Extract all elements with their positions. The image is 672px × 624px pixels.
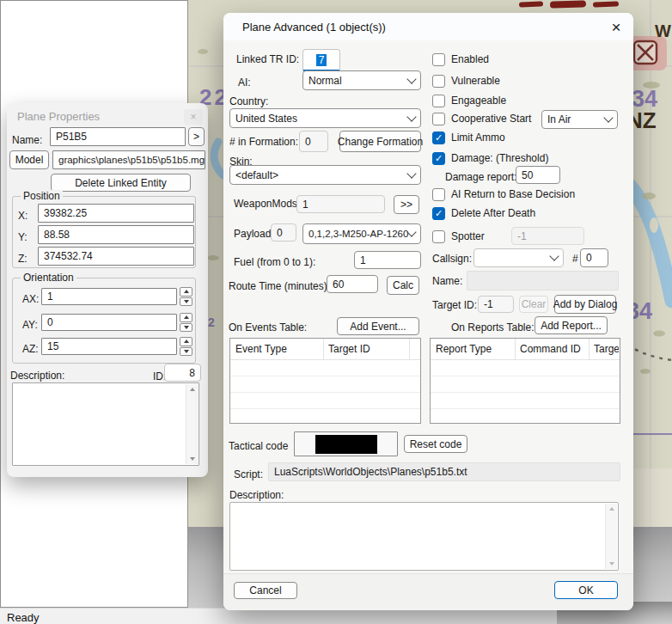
position-z-field[interactable]: 374532.74 xyxy=(38,247,194,266)
fuel-field[interactable]: 1 xyxy=(354,251,421,269)
scroll-up-icon[interactable] xyxy=(190,388,195,391)
country-dropdown[interactable]: United States xyxy=(229,108,421,128)
cooperative-start-row[interactable]: Cooperative Start xyxy=(432,112,531,125)
az-field[interactable]: 15 xyxy=(41,338,177,355)
delete-linked-entity-button[interactable]: Delete Linked Entity xyxy=(51,174,191,192)
map-label: 2 xyxy=(208,316,215,328)
formation-label: # in Formation: xyxy=(229,136,298,148)
spotter-checkbox[interactable] xyxy=(432,230,445,243)
spotter-id-field[interactable]: -1 xyxy=(511,227,584,245)
model-button[interactable]: Model xyxy=(9,150,49,169)
calc-button[interactable]: Calc xyxy=(387,276,419,295)
column-header[interactable]: Event Type xyxy=(235,343,320,355)
az-spinner-down[interactable] xyxy=(180,347,192,357)
events-table-body xyxy=(230,360,420,423)
add-by-dialog-button[interactable]: Add by Dialog xyxy=(554,295,616,314)
formation-field[interactable]: 0 xyxy=(299,131,328,152)
callsign-number-field[interactable]: 0 xyxy=(580,248,608,267)
clear-target-button[interactable]: Clear xyxy=(519,296,548,313)
column-header[interactable]: Report Type xyxy=(436,343,511,355)
ok-button[interactable]: OK xyxy=(554,581,618,599)
damage-threshold-label: Damage: (Threshold) xyxy=(451,152,548,164)
vulnerable-checkbox[interactable] xyxy=(432,75,445,88)
column-header[interactable]: Target ID xyxy=(328,343,406,355)
id-field[interactable]: 8 xyxy=(164,364,201,382)
reset-code-button[interactable]: Reset code xyxy=(404,435,467,453)
ai-return-row[interactable]: AI Return to Base Decision xyxy=(432,187,575,201)
description-textarea[interactable] xyxy=(229,502,619,571)
ax-label: AX: xyxy=(22,293,39,305)
az-spinner-up[interactable] xyxy=(180,337,192,346)
fuel-label: Fuel (from 0 to 1): xyxy=(234,256,315,268)
add-event-button[interactable]: Add Event... xyxy=(337,317,419,335)
column-header[interactable]: Command ID xyxy=(520,343,585,355)
close-button[interactable]: × xyxy=(603,16,629,39)
ai-return-checkbox[interactable] xyxy=(432,188,445,201)
close-button[interactable]: × xyxy=(184,109,203,125)
target-id-field[interactable]: -1 xyxy=(478,296,514,313)
skin-dropdown[interactable]: <default> xyxy=(229,165,421,185)
description-scrollbar[interactable] xyxy=(186,384,198,464)
scroll-down-icon[interactable] xyxy=(609,562,614,566)
target-id-label: Target ID: xyxy=(432,299,477,311)
limit-ammo-row[interactable]: Limit Ammo xyxy=(432,131,505,144)
ai-dropdown[interactable]: Normal xyxy=(302,70,421,90)
scroll-down-icon[interactable] xyxy=(190,457,195,461)
app-window: 22 W 34 NZ 234 2 2 8 Ready Plane Propert… xyxy=(0,0,672,624)
damage-threshold-checkbox[interactable] xyxy=(432,152,445,165)
damage-threshold-row[interactable]: Damage: (Threshold) xyxy=(432,151,548,165)
ay-spinner-down[interactable] xyxy=(180,323,192,333)
description-scrollbar[interactable] xyxy=(605,504,617,569)
column-header[interactable]: Target ID xyxy=(594,343,619,355)
position-y-label: Y: xyxy=(18,231,27,243)
orientation-legend: Orientation xyxy=(21,272,76,284)
vulnerable-row[interactable]: Vulnerable xyxy=(432,74,500,88)
position-x-field[interactable]: 39382.25 xyxy=(38,204,194,223)
ay-spinner-up[interactable] xyxy=(180,313,192,322)
payload-slot-field[interactable]: 0 xyxy=(271,223,296,242)
route-time-field[interactable]: 60 xyxy=(327,275,378,293)
ax-field[interactable]: 1 xyxy=(41,288,177,305)
script-label: Script: xyxy=(234,468,263,480)
reports-table[interactable]: Report Type Command ID Target ID xyxy=(430,338,620,424)
ax-spinner-down[interactable] xyxy=(180,297,192,307)
add-report-button[interactable]: Add Report... xyxy=(535,316,608,334)
engageable-row[interactable]: Engageable xyxy=(432,94,506,107)
expand-name-button[interactable]: > xyxy=(188,127,205,146)
delete-after-death-row[interactable]: Delete After Death xyxy=(432,206,535,220)
limit-ammo-checkbox[interactable] xyxy=(432,132,445,144)
events-table-label: On Events Table: xyxy=(229,321,307,333)
position-y-field[interactable]: 88.58 xyxy=(38,225,194,244)
delete-after-death-label: Delete After Death xyxy=(451,207,535,219)
ax-spinner-up[interactable] xyxy=(180,287,192,297)
tactical-code-box[interactable] xyxy=(294,431,398,456)
description-textarea[interactable] xyxy=(12,382,199,466)
cooperative-start-label: Cooperative Start xyxy=(451,113,531,125)
change-formation-button[interactable]: Change Formation xyxy=(339,131,421,152)
enabled-row[interactable]: Enabled xyxy=(432,52,489,66)
scroll-up-icon[interactable] xyxy=(609,507,614,511)
map-label: W xyxy=(655,22,671,40)
ay-field[interactable]: 0 xyxy=(41,314,177,331)
enabled-checkbox[interactable] xyxy=(432,53,445,66)
cooperative-start-checkbox[interactable] xyxy=(432,113,445,125)
cancel-button[interactable]: Cancel xyxy=(234,582,297,599)
weaponmods-expand-button[interactable]: >> xyxy=(394,195,419,214)
engageable-checkbox[interactable] xyxy=(432,95,445,107)
callsign-name-field[interactable] xyxy=(467,271,619,291)
chevron-down-icon xyxy=(406,168,416,178)
spotter-row[interactable]: Spotter xyxy=(432,229,485,243)
payload-dropdown[interactable]: 0,1,2,3-M250-AP-1260 xyxy=(302,223,421,244)
cooperative-start-dropdown[interactable]: In Air xyxy=(541,110,618,129)
payload-label: Payload: xyxy=(234,228,274,240)
name-field[interactable]: P51B5 xyxy=(50,127,186,146)
damage-report-field[interactable]: 50 xyxy=(516,166,560,184)
chevron-down-icon xyxy=(406,112,416,121)
events-table[interactable]: Event Type Target ID xyxy=(229,338,421,424)
weaponmods-field[interactable]: 1 xyxy=(296,195,385,213)
callsign-dropdown[interactable] xyxy=(473,248,564,267)
callsign-hash-label: # xyxy=(572,253,578,265)
model-path-field[interactable]: graphics\planes\p51b5\p51b5.mg xyxy=(52,150,205,169)
linked-tr-field[interactable]: 7 xyxy=(302,49,340,71)
delete-after-death-checkbox[interactable] xyxy=(432,207,445,220)
